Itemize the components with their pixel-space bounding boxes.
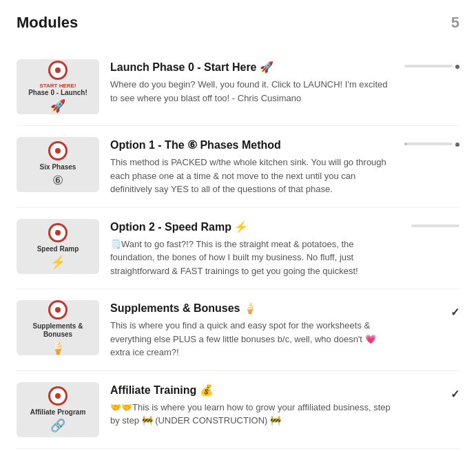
progress-dot — [455, 65, 459, 69]
module-title: Launch Phase 0 - Start Here 🚀 — [110, 61, 393, 74]
module-title: Affiliate Training 💰 — [110, 384, 393, 397]
module-description: This method is PACKED w/the whole kitche… — [110, 156, 393, 196]
progress-dot — [455, 143, 459, 147]
progress-bar — [404, 143, 453, 145]
thumbnail-label: Supplements &Bonuses — [30, 322, 86, 339]
module-right: ✓ — [404, 382, 459, 401]
module-right — [404, 219, 459, 227]
module-item[interactable]: Supplements &Bonuses🍦Supplements & Bonus… — [17, 289, 459, 371]
module-content: Launch Phase 0 - Start Here 🚀Where do yo… — [110, 59, 393, 105]
thumbnail-icon: 🚀 — [50, 98, 65, 114]
module-content: Option 2 - Speed Ramp ⚡🗒️Want to go fast… — [110, 219, 393, 278]
module-item[interactable]: START HERE!Phase 0 - Launch!🚀Launch Phas… — [17, 48, 459, 126]
module-title: Supplements & Bonuses 🍦 — [110, 302, 393, 315]
thumbnail-label: Phase 0 - Launch! — [25, 89, 90, 97]
module-thumbnail: Affiliate Program🔗 — [17, 382, 99, 437]
progress-bar — [404, 65, 453, 67]
module-thumbnail: Six Phases⑥ — [17, 137, 99, 192]
page-header: Modules 5 — [17, 14, 459, 32]
thumbnail-label: Six Phases — [37, 163, 79, 171]
module-item[interactable]: Speed Ramp⚡Option 2 - Speed Ramp ⚡🗒️Want… — [17, 208, 459, 290]
module-content: Supplements & Bonuses 🍦This is where you… — [110, 300, 393, 359]
module-count: 5 — [451, 14, 459, 32]
module-title: Option 1 - The ⑥ Phases Method — [110, 138, 393, 151]
module-content: Affiliate Training 💰🤝🤝This is where you … — [110, 382, 393, 428]
module-right — [404, 59, 459, 69]
module-list: START HERE!Phase 0 - Launch!🚀Launch Phas… — [17, 48, 459, 449]
module-content: Option 1 - The ⑥ Phases MethodThis metho… — [110, 137, 393, 196]
module-description: 🗒️Want to go fast?!? This is the straigh… — [110, 238, 393, 278]
module-title: Option 2 - Speed Ramp ⚡ — [110, 220, 393, 233]
module-thumbnail: Supplements &Bonuses🍦 — [17, 300, 99, 355]
module-thumbnail: START HERE!Phase 0 - Launch!🚀 — [17, 59, 99, 114]
page-title: Modules — [17, 14, 78, 32]
thumbnail-icon: 🍦 — [50, 340, 65, 355]
module-description: This is where you find a quick and easy … — [110, 319, 393, 359]
check-icon: ✓ — [451, 388, 459, 401]
check-icon: ✓ — [451, 306, 459, 319]
module-description: Where do you begin? Well, you found it. … — [110, 78, 393, 105]
module-thumbnail: Speed Ramp⚡ — [17, 219, 99, 274]
thumbnail-icon: 🔗 — [50, 418, 65, 433]
progress-bar — [411, 224, 459, 227]
thumbnail-label: Speed Ramp — [34, 245, 82, 253]
thumbnail-label: Affiliate Program — [28, 408, 89, 417]
thumbnail-icon: ⚡ — [50, 255, 65, 270]
module-item[interactable]: Affiliate Program🔗Affiliate Training 💰🤝🤝… — [17, 371, 459, 449]
thumbnail-sublabel: START HERE! — [39, 83, 76, 89]
thumbnail-icon: ⑥ — [52, 173, 63, 188]
module-description: 🤝🤝This is where you learn how to grow yo… — [110, 401, 393, 428]
module-item[interactable]: Six Phases⑥Option 1 - The ⑥ Phases Metho… — [17, 126, 459, 208]
module-right: ✓ — [404, 300, 459, 319]
module-right — [404, 137, 459, 147]
